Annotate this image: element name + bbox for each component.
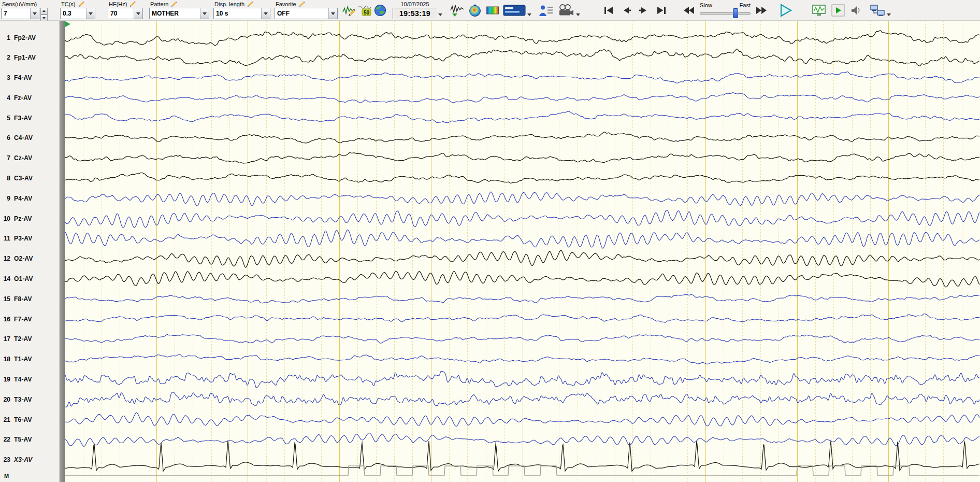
globe-icon: [373, 4, 387, 17]
channel-number: 17: [0, 335, 10, 343]
trend-monitor-button[interactable]: [811, 3, 827, 18]
skip-to-start-button[interactable]: [601, 3, 616, 18]
display-length-dropdown[interactable]: 10 s: [213, 8, 270, 19]
video-dropdown-caret-icon[interactable]: [576, 13, 580, 18]
channel-label: F4-AV: [14, 74, 32, 81]
patient-person-icon: [539, 4, 553, 17]
channel-row-T4-AV[interactable]: 19T4-AV: [0, 375, 60, 384]
channel-row-C3-AV[interactable]: 8C3-AV: [0, 174, 60, 183]
channel-number: 16: [0, 316, 10, 323]
step-forward-button[interactable]: [636, 3, 652, 18]
channel-row-P3-AV[interactable]: 11P3-AV: [0, 234, 60, 243]
eeg-review-window: Sens(uV/mm) 7 TC(s) 0.3: [0, 0, 980, 482]
channel-row-T3-AV[interactable]: 20T3-AV: [0, 395, 60, 404]
tc-dropdown[interactable]: 0.3: [60, 8, 95, 19]
network-computers-icon: [870, 4, 885, 17]
video-button[interactable]: [557, 3, 575, 18]
favorite-edit-pencil-icon[interactable]: [299, 1, 305, 7]
channel-row-T1-AV[interactable]: 18T1-AV: [0, 355, 60, 364]
hf-edit-pencil-icon[interactable]: [129, 1, 136, 7]
channel-number: 23: [0, 456, 10, 463]
pattern-dropdown-arrow-icon[interactable]: [200, 8, 209, 19]
channel-row-X3-AV[interactable]: 23X3-AV: [0, 455, 60, 464]
speed-slider-thumb[interactable]: [733, 8, 738, 18]
skip-to-start-icon: [602, 5, 615, 16]
step-back-button[interactable]: [618, 3, 634, 18]
waveform-view-button[interactable]: [450, 3, 465, 18]
display-length-dropdown-arrow-icon[interactable]: [261, 8, 270, 19]
channel-label: Cz-AV: [14, 154, 32, 162]
channel-number: 4: [0, 94, 10, 102]
play-button[interactable]: [777, 3, 794, 18]
channel-row-Cz-AV[interactable]: 7Cz-AV: [0, 153, 60, 163]
hf-dropdown-arrow-icon[interactable]: [134, 8, 142, 19]
sensitivity-spin-up-icon[interactable]: [40, 8, 48, 15]
channel-row-F7-AV[interactable]: 16F7-AV: [0, 315, 60, 324]
audio-button[interactable]: [849, 3, 864, 18]
channel-row-P4-AV[interactable]: 9P4-AV: [0, 194, 60, 203]
pattern-value: MOTHER: [150, 10, 200, 17]
channel-row-T6-AV[interactable]: 21T6-AV: [0, 415, 60, 424]
settings-globe-button[interactable]: [373, 3, 387, 18]
tc-dropdown-arrow-icon[interactable]: [86, 8, 95, 19]
toolbar: Sens(uV/mm) 7 TC(s) 0.3: [0, 0, 980, 21]
hf-label: HF(Hz): [109, 1, 127, 7]
channel-row-T5-AV[interactable]: 22T5-AV: [0, 435, 60, 444]
favorite-dropdown[interactable]: OFF: [275, 8, 338, 19]
notch-filter-button[interactable]: 50: [357, 3, 372, 18]
record-time-box[interactable]: 19:53:19: [393, 8, 437, 19]
channel-label: T5-AV: [14, 436, 32, 443]
patient-info-button[interactable]: [538, 3, 554, 18]
color-scale-button[interactable]: [485, 3, 500, 18]
channel-row-Fz-AV[interactable]: 4Fz-AV: [0, 93, 60, 103]
channel-number: 20: [0, 396, 10, 403]
view-dropdown-caret-icon[interactable]: [527, 13, 531, 18]
fast-forward-button[interactable]: [754, 3, 769, 18]
favorite-dropdown-arrow-icon[interactable]: [328, 8, 337, 19]
sensitivity-dropdown[interactable]: 7: [1, 8, 39, 19]
skip-to-end-icon: [655, 5, 668, 16]
network-dropdown-caret-icon[interactable]: [887, 13, 891, 18]
pattern-edit-pencil-icon[interactable]: [171, 1, 177, 7]
tc-edit-pencil-icon[interactable]: [78, 1, 84, 7]
channel-row-F3-AV[interactable]: 5F3-AV: [0, 114, 60, 123]
channel-row-O2-AV[interactable]: 12O2-AV: [0, 254, 60, 263]
channel-label: T6-AV: [14, 416, 32, 423]
pattern-dropdown[interactable]: MOTHER: [149, 8, 209, 19]
sensitivity-dropdown-arrow-icon[interactable]: [30, 8, 39, 19]
hf-field: HF(Hz) 70: [108, 0, 143, 19]
channel-row-T2-AV[interactable]: 17T2-AV: [0, 334, 60, 344]
channel-number: 1: [0, 34, 10, 41]
channel-row-Pz-AV[interactable]: 10Pz-AV: [0, 214, 60, 223]
channel-number: 15: [0, 295, 10, 303]
channel-row-F4-AV[interactable]: 3F4-AV: [0, 73, 60, 82]
channel-number: 6: [0, 134, 10, 141]
brain-map-button[interactable]: [467, 3, 483, 18]
channel-row-O1-AV[interactable]: 14O1-AV: [0, 274, 60, 283]
tc-value: 0.3: [61, 10, 86, 17]
channel-number: 12: [0, 255, 10, 262]
channel-row-C4-AV[interactable]: 6C4-AV: [0, 133, 60, 143]
banner-logo-button[interactable]: [502, 3, 526, 18]
channel-label: O1-AV: [14, 275, 33, 282]
channel-row-F8-AV[interactable]: 15F8-AV: [0, 294, 60, 304]
eeg-trace-area[interactable]: [65, 21, 980, 482]
sensitivity-value: 7: [2, 10, 30, 17]
start-acquisition-button[interactable]: [831, 3, 845, 18]
notch-50hz-icon: 50: [358, 4, 371, 17]
marker-channel-label: M: [4, 473, 9, 479]
network-button[interactable]: [869, 3, 886, 18]
skip-to-end-button[interactable]: [654, 3, 669, 18]
speed-slider-track[interactable]: [700, 12, 751, 15]
channel-row-Fp1-AV[interactable]: 2Fp1-AV: [0, 53, 60, 62]
hf-dropdown[interactable]: 70: [108, 8, 143, 19]
rewind-button[interactable]: [682, 3, 696, 18]
channel-row-Fp2-AV[interactable]: 1Fp2-AV: [0, 33, 60, 42]
datetime-dropdown-caret-icon[interactable]: [438, 13, 442, 18]
sensitivity-field: Sens(uV/mm) 7: [1, 0, 48, 19]
display-length-edit-pencil-icon[interactable]: [247, 1, 253, 7]
channel-number: 5: [0, 115, 10, 122]
video-camera-icon: [558, 4, 574, 17]
channel-number: 21: [0, 416, 10, 423]
measure-annotate-button[interactable]: [342, 3, 356, 18]
